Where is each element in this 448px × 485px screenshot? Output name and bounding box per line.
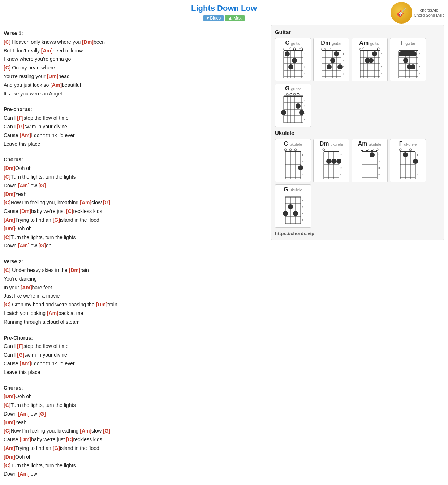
- chord-am-guitar[interactable]: Am guitar 1fr 2fr 3fr: [352, 38, 388, 81]
- lyric-line: [Dm]Ooh oh: [4, 392, 266, 401]
- chord-g-guitar[interactable]: G guitar 1fr 2fr 3fr: [275, 84, 311, 127]
- chord-marker[interactable]: [Am]: [18, 471, 30, 477]
- logo-icon: 🎸: [391, 2, 412, 24]
- svg-text:1fr: 1fr: [304, 98, 305, 101]
- chord-marker[interactable]: [Am]: [4, 217, 15, 223]
- chord-marker[interactable]: [F]: [17, 343, 23, 349]
- chord-marker[interactable]: [G]: [38, 411, 46, 417]
- chord-marker[interactable]: [Dm]: [4, 226, 15, 231]
- chord-marker[interactable]: [C]: [4, 267, 10, 273]
- chord-marker[interactable]: [Dm]: [20, 437, 31, 442]
- chord-marker[interactable]: [Dm]: [4, 191, 15, 197]
- badge-max[interactable]: ▲ Max: [225, 15, 245, 21]
- chord-marker[interactable]: [C]: [4, 174, 10, 180]
- chord-marker[interactable]: [G]: [17, 352, 24, 358]
- svg-point-42: [330, 58, 335, 63]
- chord-marker[interactable]: [C]: [4, 428, 10, 434]
- chord-am-ukulele[interactable]: Am ukulele 1fr 2fr 3fr 4fr: [352, 139, 388, 182]
- chord-marker[interactable]: [Dm]: [4, 393, 15, 399]
- chord-marker[interactable]: [Am]: [20, 132, 31, 138]
- svg-text:4fr: 4fr: [378, 173, 380, 176]
- svg-text:3fr: 3fr: [381, 65, 382, 69]
- svg-point-102: [293, 93, 296, 95]
- svg-point-40: [328, 48, 330, 50]
- chord-marker[interactable]: [G]: [38, 183, 46, 188]
- chord-marker[interactable]: [C]: [4, 463, 10, 468]
- svg-point-158: [370, 152, 375, 157]
- chord-dm-guitar[interactable]: Dm guitar 1fr 2fr 3fr: [313, 38, 349, 81]
- chord-marker[interactable]: [Am]: [80, 200, 91, 205]
- lyric-line: It's like you were an Angel: [4, 90, 266, 98]
- chord-marker[interactable]: [C]: [66, 437, 73, 442]
- lyric-line: Cause [Am]I don't think I'd ever: [4, 131, 266, 140]
- lyric-line: [C]Turn the lights, turn the lights: [4, 173, 266, 182]
- chord-marker[interactable]: [C]: [66, 208, 73, 214]
- chord-c-ukulele[interactable]: C ukulele 1fr 2fr 3fr 4fr: [275, 139, 311, 182]
- lyric-line: [Dm]Ooh oh: [4, 164, 266, 173]
- chord-marker[interactable]: [G]: [103, 428, 110, 434]
- svg-point-41: [334, 51, 339, 56]
- lyric-line: I know where you're gonna go: [4, 55, 266, 64]
- svg-point-122: [294, 149, 297, 151]
- badge-blues[interactable]: ♥ Blues: [203, 15, 224, 21]
- lyric-line: [C] On my heart where: [4, 64, 266, 72]
- chord-marker[interactable]: [Am]: [41, 48, 53, 54]
- chord-marker[interactable]: [C]: [4, 65, 10, 71]
- chord-marker[interactable]: [C]: [4, 200, 10, 205]
- chord-marker[interactable]: [Am]: [21, 285, 32, 290]
- chord-marker[interactable]: [G]: [53, 445, 60, 451]
- svg-text:2fr: 2fr: [343, 59, 344, 62]
- chord-marker[interactable]: [Am]: [50, 82, 62, 88]
- chord-marker[interactable]: [C]: [4, 302, 10, 307]
- chord-marker[interactable]: [Am]: [18, 243, 30, 248]
- chord-marker[interactable]: [C]: [4, 234, 10, 240]
- chord-marker[interactable]: [G]: [38, 243, 46, 248]
- chord-marker[interactable]: [C]: [4, 39, 10, 45]
- section-label: Chorus:: [4, 156, 266, 164]
- chord-dm-ukulele[interactable]: Dm ukulele 1fr 2fr 3fr 4fr: [313, 139, 349, 182]
- svg-point-62: [377, 48, 379, 50]
- chord-dm-guitar-diagram: 1fr 2fr 3fr 4fr x x: [319, 47, 344, 80]
- svg-point-82: [403, 58, 408, 63]
- chord-marker[interactable]: [Dm]: [4, 420, 15, 425]
- svg-point-17: [293, 48, 296, 50]
- chord-marker[interactable]: [Dm]: [82, 39, 94, 45]
- chord-marker[interactable]: [Am]: [80, 428, 91, 434]
- svg-point-172: [399, 149, 401, 151]
- chord-marker[interactable]: [G]: [17, 124, 24, 129]
- svg-point-190: [283, 211, 288, 216]
- chord-marker[interactable]: [G]: [53, 217, 60, 223]
- chord-marker[interactable]: [Dm]: [69, 267, 81, 273]
- chord-c-guitar[interactable]: C guitar: [275, 38, 311, 81]
- chord-marker[interactable]: [Am]: [20, 361, 31, 366]
- chord-marker[interactable]: [Am]: [4, 445, 15, 451]
- chord-f-ukulele[interactable]: F ukulele 1fr 2fr 3fr 4fr: [390, 139, 426, 182]
- svg-text:2fr: 2fr: [304, 59, 305, 62]
- svg-text:x: x: [283, 47, 284, 51]
- chord-f-guitar[interactable]: F guitar 1fr 2fr 3fr: [390, 38, 426, 81]
- svg-text:2fr: 2fr: [304, 105, 305, 108]
- chord-marker[interactable]: [Dm]: [47, 73, 59, 79]
- chord-dm-ukulele-diagram: 1fr 2fr 3fr 4fr: [321, 148, 342, 180]
- chord-marker[interactable]: [Dm]: [4, 454, 15, 460]
- lyric-line: [Dm]Ooh oh: [4, 225, 266, 233]
- chord-marker[interactable]: [G]: [103, 200, 110, 205]
- chord-marker[interactable]: [Am]: [18, 183, 30, 188]
- chord-marker[interactable]: [Dm]: [96, 302, 108, 307]
- chord-marker[interactable]: [C]: [4, 402, 10, 408]
- chord-marker[interactable]: [Am]: [47, 310, 59, 316]
- svg-text:4fr: 4fr: [381, 72, 382, 75]
- chord-marker[interactable]: [Am]: [18, 411, 30, 417]
- chord-g-ukulele[interactable]: G ukulele 1fr 2fr 3fr 4fr: [275, 184, 311, 228]
- lyric-line: Cause [Am]I don't think I'd ever: [4, 360, 266, 368]
- blank-line: [4, 250, 266, 253]
- chord-marker[interactable]: [Dm]: [4, 165, 15, 171]
- svg-point-22: [288, 64, 293, 69]
- lyric-line: Just like we're in a movie: [4, 292, 266, 301]
- svg-point-156: [371, 149, 373, 151]
- svg-text:4fr: 4fr: [304, 72, 305, 75]
- svg-text:3fr: 3fr: [417, 166, 418, 170]
- chord-marker[interactable]: [Dm]: [20, 208, 31, 214]
- chord-marker[interactable]: [F]: [17, 115, 23, 121]
- chord-am-ukulele-diagram: 1fr 2fr 3fr 4fr: [359, 148, 380, 180]
